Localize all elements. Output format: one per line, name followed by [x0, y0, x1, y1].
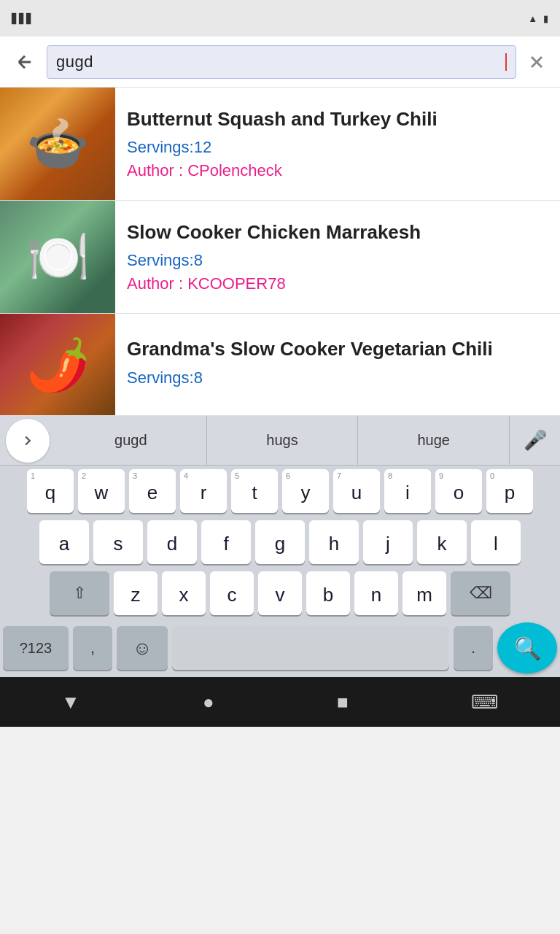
status-bar-left: ▋▋▋	[12, 13, 34, 24]
result-servings-1: Servings:12	[127, 138, 548, 157]
comma-icon: ,	[90, 638, 95, 657]
status-bar-right: ▲ ▮	[528, 13, 548, 24]
key-b[interactable]: b	[306, 571, 350, 615]
key-h[interactable]: h	[309, 520, 359, 564]
space-key[interactable]	[172, 626, 449, 670]
num-icon: ?123	[20, 640, 52, 657]
result-title-3: Grandma's Slow Cooker Vegetarian Chili	[127, 337, 548, 361]
mic-button[interactable]: 🎤	[509, 416, 560, 465]
backspace-key[interactable]: ⌫	[451, 571, 510, 615]
key-o[interactable]: 9o	[435, 469, 482, 513]
result-title-2: Slow Cooker Chicken Marrakesh	[127, 220, 548, 244]
result-thumb-3	[0, 314, 115, 415]
search-query: gugd	[56, 53, 505, 72]
result-servings-3: Servings:8	[127, 368, 548, 387]
key-c[interactable]: c	[210, 571, 254, 615]
period-key[interactable]: .	[454, 626, 493, 670]
keyboard-row-3: ⇧ z x c v b n m ⌫	[0, 568, 560, 619]
key-j[interactable]: j	[363, 520, 413, 564]
search-key[interactable]: 🔍	[497, 622, 557, 674]
signal-icon: ▋▋▋	[12, 13, 34, 24]
key-n[interactable]: n	[354, 571, 398, 615]
shift-icon: ⇧	[73, 584, 86, 603]
key-d[interactable]: d	[147, 520, 197, 564]
key-p[interactable]: 0p	[486, 469, 533, 513]
key-r[interactable]: 4r	[180, 469, 227, 513]
key-y[interactable]: 6y	[282, 469, 329, 513]
suggestion-1[interactable]: gugd	[55, 416, 207, 465]
keyboard-suggestions: gugd hugs huge 🎤	[0, 416, 560, 466]
mic-icon: 🎤	[524, 429, 547, 452]
nav-home-button[interactable]: ●	[203, 691, 214, 714]
back-button[interactable]	[10, 47, 39, 77]
result-thumb-1	[0, 88, 115, 200]
result-info-3: Grandma's Slow Cooker Vegetarian Chili S…	[115, 314, 560, 415]
search-input[interactable]: gugd	[47, 45, 516, 79]
result-title-1: Butternut Squash and Turkey Chili	[127, 107, 548, 131]
suggestions-forward-button[interactable]	[6, 419, 50, 463]
search-results: Butternut Squash and Turkey Chili Servin…	[0, 88, 560, 416]
key-x[interactable]: x	[162, 571, 206, 615]
key-v[interactable]: v	[258, 571, 302, 615]
key-f[interactable]: f	[201, 520, 251, 564]
keyboard-row-4: ?123 , ☺ . 🔍	[0, 619, 560, 677]
keyboard-row-2: a s d f g h j k l	[0, 517, 560, 568]
key-l[interactable]: l	[471, 520, 521, 564]
num-key[interactable]: ?123	[3, 626, 69, 670]
result-info-1: Butternut Squash and Turkey Chili Servin…	[115, 88, 560, 200]
suggestion-2[interactable]: hugs	[207, 416, 359, 465]
result-author-2: Author : KCOOPER78	[127, 274, 548, 293]
key-u[interactable]: 7u	[333, 469, 380, 513]
period-icon: .	[471, 638, 475, 657]
keyboard: 1q 2w 3e 4r 5t 6y 7u 8i 9o 0p a s d f g …	[0, 466, 560, 677]
nav-recents-button[interactable]: ■	[337, 691, 349, 714]
key-k[interactable]: k	[417, 520, 467, 564]
result-info-2: Slow Cooker Chicken Marrakesh Servings:8…	[115, 201, 560, 313]
battery-icon: ▮	[543, 13, 548, 24]
key-z[interactable]: z	[114, 571, 158, 615]
cursor	[505, 53, 507, 71]
search-bar: gugd	[0, 36, 560, 88]
keyboard-row-1: 1q 2w 3e 4r 5t 6y 7u 8i 9o 0p	[0, 466, 560, 517]
key-w[interactable]: 2w	[78, 469, 125, 513]
result-item-1[interactable]: Butternut Squash and Turkey Chili Servin…	[0, 88, 560, 201]
search-icon: 🔍	[514, 636, 541, 661]
result-thumb-2	[0, 201, 115, 313]
status-bar: ▋▋▋ ▲ ▮	[0, 0, 560, 36]
result-servings-2: Servings:8	[127, 251, 548, 270]
backspace-icon: ⌫	[470, 584, 492, 603]
key-m[interactable]: m	[402, 571, 446, 615]
result-item-3[interactable]: Grandma's Slow Cooker Vegetarian Chili S…	[0, 314, 560, 416]
shift-key[interactable]: ⇧	[50, 571, 109, 615]
key-e[interactable]: 3e	[129, 469, 176, 513]
key-t[interactable]: 5t	[231, 469, 278, 513]
emoji-icon: ☺	[133, 637, 152, 660]
suggestion-3[interactable]: huge	[358, 416, 509, 465]
comma-key[interactable]: ,	[73, 626, 112, 670]
key-i[interactable]: 8i	[384, 469, 431, 513]
wifi-icon: ▲	[528, 13, 537, 24]
nav-keyboard-button[interactable]: ⌨	[471, 691, 499, 714]
key-q[interactable]: 1q	[27, 469, 74, 513]
key-g[interactable]: g	[255, 520, 305, 564]
key-s[interactable]: s	[93, 520, 143, 564]
emoji-key[interactable]: ☺	[117, 626, 168, 670]
result-author-1: Author : CPolencheck	[127, 161, 548, 180]
result-item-2[interactable]: Slow Cooker Chicken Marrakesh Servings:8…	[0, 201, 560, 314]
key-a[interactable]: a	[39, 520, 89, 564]
nav-bar: ▼ ● ■ ⌨	[0, 677, 560, 727]
nav-back-button[interactable]: ▼	[61, 691, 80, 714]
clear-button[interactable]	[524, 49, 550, 75]
